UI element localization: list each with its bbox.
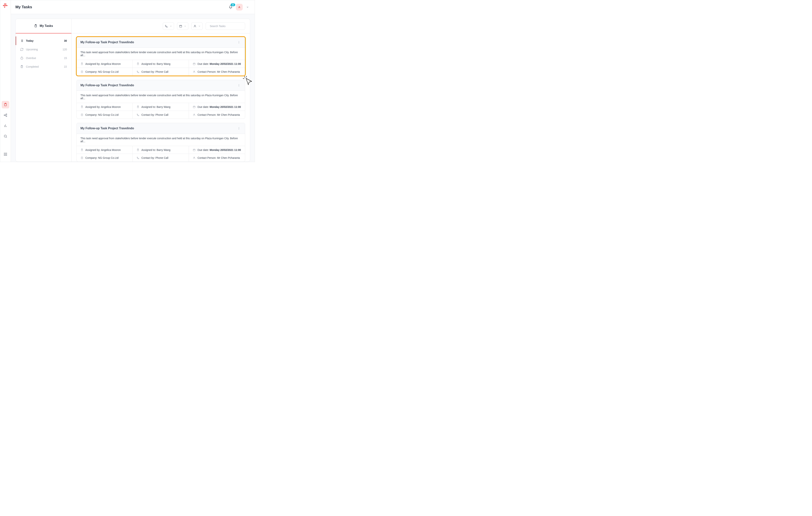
svg-point-31 [239,42,239,42]
panel-tab-my-tasks[interactable]: My Tasks [16,19,71,33]
task-card[interactable]: My Follow-up Task Project Travelindo Thi… [77,80,245,119]
svg-point-52 [239,129,239,129]
left-nav-rail [0,0,11,162]
search-icon [208,25,208,28]
meta-due-date: Due date: Monday 20/02/2021 11:00 [189,103,245,111]
clipboard-icon [137,62,140,65]
meta-due-date: Due date: Monday 20/02/2021 11:00 [189,146,245,154]
svg-point-18 [6,154,7,155]
meta-company: Company: NG Group Co.Ltd [77,111,133,119]
filter-label: Completed [26,65,39,68]
svg-rect-0 [4,4,5,4]
phone-icon [137,156,140,159]
task-title: My Follow-up Task Project Travelindo [81,127,134,130]
filter-upcoming[interactable]: Upcoming 120 [16,45,71,54]
svg-rect-4 [5,5,6,6]
svg-point-20 [5,155,6,156]
filter-today[interactable]: Today 30 [16,36,71,45]
meta-assigned-to: Assigned to: Barry Wang [133,60,189,68]
meta-assigned-to: Assigned to: Barry Wang [133,146,189,154]
svg-point-14 [5,153,6,154]
task-card[interactable]: My Follow-up Task Project Travelindo Thi… [77,123,245,161]
svg-point-49 [194,114,195,115]
svg-rect-47 [193,106,195,108]
task-title: My Follow-up Task Project Travelindo [81,84,134,87]
svg-point-51 [239,128,239,128]
task-menu-button[interactable] [237,126,241,130]
tasks-toolbar [71,19,250,33]
task-description: This task need approval from stakeholder… [77,134,245,146]
calendar-icon [193,148,196,151]
svg-point-28 [194,25,195,26]
svg-point-42 [239,86,239,86]
svg-point-10 [6,114,7,115]
meta-assigned-to: Assigned to: Barry Wang [133,103,189,111]
top-header: My Tasks 22 A [11,0,255,14]
filter-by-contact-button[interactable] [163,22,174,30]
meta-contact-person: Contact Person: Mr Chen Pcharanta [189,68,245,75]
task-card[interactable]: My Follow-up Task Project Travelindo Thi… [77,37,245,76]
filter-count: 22 [64,65,67,68]
clipboard-icon [137,105,140,109]
search-input[interactable] [210,25,243,28]
task-menu-button[interactable] [237,83,241,88]
svg-rect-6 [4,7,5,7]
app-logo [3,4,8,11]
user-menu-toggle[interactable] [245,4,250,10]
filter-completed[interactable]: Completed 22 [16,62,71,71]
building-icon [81,156,83,159]
meta-contact-by: Contact by: Phone Call [133,111,189,119]
calendar-icon [179,25,182,28]
tasks-list: My Follow-up Task Project Travelindo Thi… [71,33,250,161]
notifications-button[interactable]: 22 [228,4,234,10]
calendar-icon [193,105,196,109]
nav-connections[interactable] [2,112,9,119]
filter-by-date-button[interactable] [177,22,188,30]
nav-analytics[interactable] [2,122,9,129]
panel-tab-label: My Tasks [40,24,53,28]
dots-vertical-icon [237,41,240,44]
svg-point-19 [4,155,5,156]
dots-vertical-icon [237,127,240,130]
svg-rect-27 [179,25,182,27]
phone-icon [165,25,168,28]
clipboard-check-icon [20,65,24,69]
building-icon [81,113,83,116]
chevron-down-icon [246,6,249,8]
filter-count: 15 [64,57,67,60]
nav-tasks[interactable] [2,101,9,109]
chevron-down-icon [170,25,172,27]
svg-point-41 [239,85,239,86]
svg-point-16 [4,154,5,155]
svg-point-13 [4,153,5,154]
svg-rect-38 [81,71,83,73]
meta-company: Company: NG Group Co.Ltd [77,68,133,75]
svg-rect-1 [5,4,6,4]
chevron-down-icon [198,25,201,27]
meta-assigned-by: Assigned by: Angelica Mooron [77,60,133,68]
filter-by-person-button[interactable] [191,22,203,30]
filter-label: Upcoming [26,48,38,51]
svg-rect-37 [193,63,195,65]
search-tasks[interactable] [206,22,245,30]
task-menu-button[interactable] [237,40,241,44]
nav-search[interactable] [2,132,9,140]
filter-label: Overdue [26,57,36,60]
svg-rect-5 [6,5,7,6]
phone-icon [137,113,140,116]
svg-rect-58 [81,157,83,159]
meta-due-date: Due date: Monday 20/02/2021 11:00 [189,60,245,68]
task-title: My Follow-up Task Project Travelindo [81,40,134,44]
nav-apps[interactable] [2,151,9,158]
clipboard-icon [34,24,37,28]
calendar-icon [193,62,196,65]
chevron-down-icon [184,25,186,27]
stopwatch-icon [20,56,24,60]
filter-overdue[interactable]: Overdue 15 [16,54,71,62]
meta-contact-person: Contact Person: Mr Chen Pcharanta [189,154,245,161]
filter-count: 120 [63,48,67,51]
notification-badge: 22 [231,3,235,6]
dots-vertical-icon [237,84,240,87]
person-icon [193,113,196,116]
user-avatar[interactable]: A [236,4,243,10]
